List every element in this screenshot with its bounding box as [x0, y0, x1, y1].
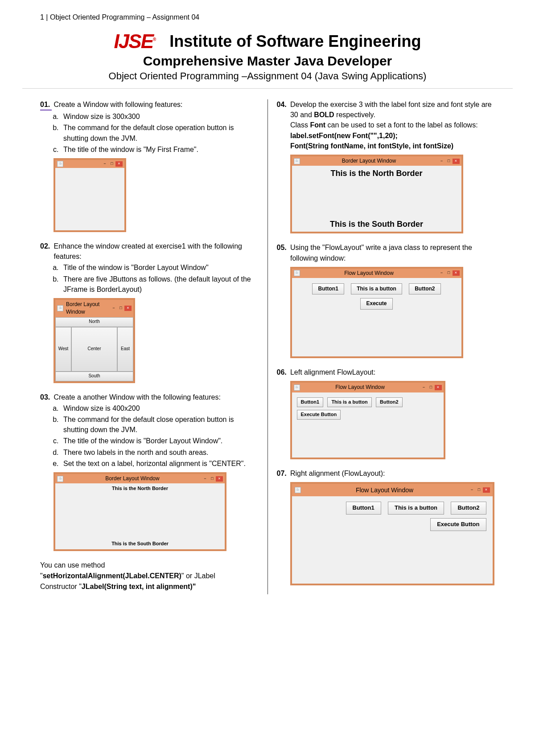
q1-text: Create a Window with following features:: [54, 99, 258, 110]
maximize-icon: □: [108, 161, 115, 167]
assignment-title: Object Oriented Programming –Assignment …: [40, 70, 495, 82]
ijse-logo: IJSE®: [114, 30, 156, 53]
minimize-icon: −: [420, 385, 428, 390]
q4-code-2: Font(String fontName, int fontStyle, int…: [290, 142, 453, 150]
q3-item-c: The title of the window is "Border Layou…: [61, 436, 259, 446]
page-running-header: 1 | Object Oriented Programming – Assign…: [40, 13, 495, 21]
q4-text-d: can be used to set a font to the label a…: [325, 121, 478, 129]
q2-window-title: Border Layout Window: [66, 301, 107, 316]
button1: Button1: [297, 397, 324, 407]
q4-window-mockup: ♨ Border Layout Window − □ × This is the…: [290, 155, 463, 233]
button2: Button2: [409, 283, 440, 294]
q6-text: Left alignment FlowLayout:: [290, 367, 494, 377]
south-button: South: [55, 372, 133, 381]
this-is-a-button: This is a button: [351, 283, 402, 294]
q4-code-1: label.setFont(new Font("",1,20);: [290, 132, 398, 139]
institute-title: Institute of Software Engineering: [169, 32, 421, 51]
q2-item-b: There are five JButtons as follows. (the…: [61, 274, 259, 294]
minimize-icon: −: [438, 270, 445, 276]
question-7: 07. Right alignment (FlowLayout): ♨ Flow…: [277, 468, 495, 585]
q2-window-mockup: ♨ Border Layout Window − □ × North West …: [54, 298, 135, 383]
maximize-icon: □: [117, 306, 124, 311]
q7-window-title: Flow Layout Window: [304, 486, 466, 494]
question-3: 03. Create a another Window with the fol…: [40, 392, 259, 552]
q2-text: Enhance the window created at exercise1 …: [54, 241, 258, 262]
q7-window-mockup: ♨ Flow Layout Window − □ × Button1 This …: [290, 482, 494, 585]
maximize-icon: □: [209, 476, 216, 482]
q7-text: Right alignment (FlowLayout):: [290, 468, 494, 478]
java-icon: ♨: [294, 384, 300, 391]
button2: Button2: [376, 397, 403, 407]
close-icon: ×: [453, 270, 460, 276]
this-is-a-button: This is a button: [327, 397, 371, 407]
maximize-icon: □: [445, 159, 453, 164]
question-4: 04. Develop the exercise 3 with the labe…: [277, 99, 495, 233]
q4-bold-a: BOLD: [314, 111, 334, 119]
button1: Button1: [346, 502, 381, 515]
q1-item-a: Window size is 300x300: [61, 111, 259, 122]
q3-item-a: Window size is 400x200: [61, 403, 259, 413]
ijse-logo-text: IJSE: [114, 30, 153, 52]
q3-item-d: There two labels in the north and south …: [61, 447, 259, 458]
q2-item-a: Title of the window is "Border Layout Wi…: [61, 262, 259, 273]
java-icon: ♨: [294, 158, 300, 164]
close-icon: ×: [453, 159, 460, 164]
q3-note-or: " or JLabel: [181, 572, 215, 580]
q2-number: 02.: [40, 241, 52, 251]
q4-south-label: This is the South Border: [292, 218, 461, 230]
java-icon: ♨: [294, 270, 300, 276]
maximize-icon: □: [445, 270, 453, 276]
q5-window-title: Flow Layout Window: [303, 270, 436, 277]
q6-number: 06.: [277, 367, 288, 377]
button2: Button2: [451, 502, 486, 515]
q3-note-line1: You can use method: [40, 561, 105, 569]
q4-text-b: respectively.: [334, 111, 375, 119]
close-icon: ×: [124, 306, 132, 311]
q7-number: 07.: [277, 468, 288, 478]
minimize-icon: −: [469, 487, 476, 493]
java-icon: ♨: [57, 305, 63, 311]
q5-number: 05.: [277, 242, 288, 253]
q6-window-title: Flow Layout Window: [303, 384, 418, 391]
q4-text-c: Class: [290, 121, 310, 129]
q3-window-title: Border Layout Window: [66, 475, 199, 482]
q6-window-mockup: ♨ Flow Layout Window − □ × Button1 This …: [290, 381, 445, 459]
q1-item-c: The title of the window is "My First Fra…: [61, 144, 259, 155]
q4-window-title: Border Layout Window: [303, 157, 436, 165]
header-separator: [22, 88, 513, 89]
registered-icon: ®: [153, 37, 156, 42]
q1-window-body: [55, 168, 124, 230]
west-button: West: [55, 327, 71, 372]
execute-button: Execute Button: [297, 410, 341, 420]
question-5: 05. Using the "FlowLayout" write a java …: [277, 242, 495, 358]
q3-note-method: setHorizontalAlignment(JLabel.CENTER): [43, 572, 181, 580]
maximize-icon: □: [476, 487, 483, 493]
execute-button: Execute: [360, 298, 392, 309]
q3-number: 03.: [40, 392, 52, 402]
north-button: North: [55, 317, 133, 327]
q3-item-e: Set the text on a label, horizontal alig…: [61, 458, 259, 469]
q3-note-ctor-pre: Constructor ": [40, 583, 82, 590]
q4-text: Develop the exercise 3 with the label fo…: [290, 99, 494, 151]
q3-south-label: This is the South Border: [55, 540, 225, 548]
maximize-icon: □: [428, 385, 435, 390]
q1-window-mockup: ♨ − □ ×: [54, 158, 126, 232]
q4-number: 04.: [277, 99, 288, 110]
q5-window-mockup: ♨ Flow Layout Window − □ × Button1 This …: [290, 267, 463, 358]
q3-text: Create a another Window with the followi…: [54, 392, 258, 402]
q3-window-mockup: ♨ Border Layout Window − □ × This is the…: [54, 472, 226, 551]
java-icon: ♨: [57, 161, 63, 167]
java-icon: ♨: [57, 476, 63, 482]
minimize-icon: −: [438, 159, 445, 164]
button1: Button1: [312, 283, 344, 294]
minimize-icon: −: [110, 306, 117, 311]
minimize-icon: −: [202, 476, 209, 482]
close-icon: ×: [115, 161, 123, 167]
java-icon: ♨: [295, 487, 301, 493]
execute-button: Execute Button: [430, 518, 486, 531]
east-button: East: [117, 327, 133, 372]
q4-bold-b: Font: [310, 121, 325, 129]
q3-item-b: The command for the default close operat…: [61, 414, 259, 435]
close-icon: ×: [483, 487, 490, 493]
minimize-icon: −: [101, 161, 108, 167]
